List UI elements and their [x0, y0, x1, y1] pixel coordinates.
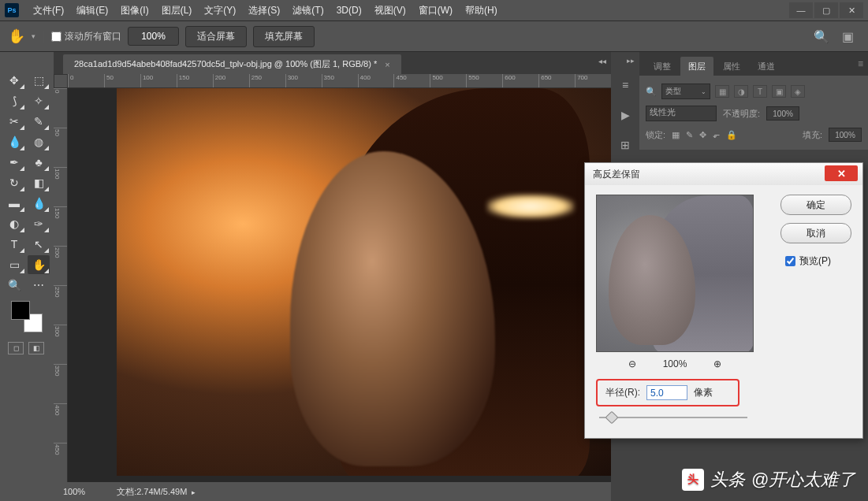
tab-channels[interactable]: 通道 — [750, 57, 783, 76]
filter-smart-icon[interactable]: ◈ — [791, 85, 805, 98]
dialog-preview[interactable] — [596, 195, 754, 352]
standard-mode-button[interactable]: ◻ — [8, 342, 24, 354]
lock-position-icon[interactable]: ✥ — [699, 130, 706, 140]
document-tabs: 28ca1ad1d9d54abeb408fad42570dc5d_tplv-ob… — [54, 52, 611, 74]
opacity-field[interactable]: 100% — [766, 106, 799, 121]
dialog-close-button[interactable]: ✕ — [825, 165, 858, 181]
menu-select[interactable]: 选择(S) — [242, 1, 286, 20]
canvas[interactable] — [117, 88, 621, 476]
menu-file[interactable]: 文件(F) — [27, 1, 70, 20]
ruler-origin[interactable] — [54, 74, 68, 88]
move-tool[interactable]: ✥ — [3, 71, 25, 90]
healing-tool[interactable]: ◍ — [28, 132, 50, 151]
menu-window[interactable]: 窗口(W) — [412, 1, 459, 20]
hand-tool-icon[interactable]: ✋ — [8, 28, 25, 45]
properties-panel-icon[interactable]: ⊞ — [616, 135, 635, 154]
filter-type-icon[interactable]: T — [753, 85, 767, 98]
menu-layer[interactable]: 图层(L) — [155, 1, 199, 20]
status-zoom[interactable]: 100% — [63, 487, 85, 496]
edit-toolbar[interactable]: ⋯ — [28, 276, 50, 295]
eraser-tool[interactable]: ◧ — [28, 173, 50, 192]
titlebar: Ps 文件(F) 编辑(E) 图像(I) 图层(L) 文字(Y) 选择(S) 滤… — [0, 0, 868, 20]
panel-menu-icon[interactable]: ≡ — [858, 58, 863, 69]
layer-type-filter[interactable]: 类型 ⌄ — [661, 84, 710, 99]
dialog-zoom-pct: 100% — [663, 358, 687, 369]
zoom-out-icon[interactable]: ⊖ — [628, 358, 636, 369]
filter-shape-icon[interactable]: ▣ — [772, 85, 786, 98]
lock-transparent-icon[interactable]: ▦ — [672, 130, 680, 140]
filter-pixel-icon[interactable]: ▦ — [715, 85, 729, 98]
foreground-color-swatch[interactable] — [11, 301, 30, 320]
menu-view[interactable]: 视图(V) — [368, 1, 412, 20]
shape-tool[interactable]: ▭ — [3, 255, 25, 274]
pen-tool[interactable]: ✑ — [28, 214, 50, 233]
magic-wand-tool[interactable]: ✧ — [28, 91, 50, 110]
panel-tabs: 调整 图层 属性 通道 ≡ — [639, 52, 868, 76]
search-icon[interactable]: 🔍 — [814, 29, 829, 44]
blend-mode-select[interactable]: 线性光 — [646, 106, 717, 121]
app-logo: Ps — [5, 3, 19, 17]
zoom-tool[interactable]: 🔍 — [3, 276, 25, 295]
eyedropper-tool[interactable]: 💧 — [3, 132, 25, 151]
radius-input[interactable] — [646, 385, 687, 400]
close-tab-icon[interactable]: × — [385, 60, 389, 69]
tab-adjustments[interactable]: 调整 — [646, 57, 679, 76]
tab-layers[interactable]: 图层 — [680, 57, 713, 76]
menu-type[interactable]: 文字(Y) — [198, 1, 242, 20]
crop-tool[interactable]: ✂ — [3, 112, 25, 131]
preview-checkbox[interactable]: 预览(P) — [785, 254, 851, 268]
stamp-tool[interactable]: ♣ — [28, 153, 50, 172]
ruler-vertical[interactable]: 050100150200250300350400450 — [54, 88, 68, 482]
workspace-icon[interactable]: ▣ — [842, 29, 854, 44]
opacity-label: 不透明度: — [723, 108, 760, 120]
fit-screen-button[interactable]: 适合屏幕 — [185, 26, 247, 47]
menu-help[interactable]: 帮助(H) — [459, 1, 504, 20]
tab-properties[interactable]: 属性 — [715, 57, 748, 76]
hand-tool[interactable]: ✋ — [28, 255, 50, 274]
menu-3d[interactable]: 3D(D) — [330, 2, 368, 19]
ruler-horizontal[interactable]: 0501001502002503003504004505005506006507… — [68, 74, 611, 88]
dialog-titlebar[interactable]: 高反差保留 ✕ — [585, 163, 862, 185]
dropdown-icon[interactable]: ▾ — [32, 32, 35, 40]
collapse-panels-icon[interactable]: ◂◂ — [598, 57, 606, 65]
radius-label: 半径(R): — [605, 386, 640, 399]
minimize-button[interactable]: — — [789, 2, 813, 18]
scroll-all-checkbox[interactable]: 滚动所有窗口 — [51, 30, 121, 43]
slice-tool[interactable]: ✎ — [28, 112, 50, 131]
status-doc-info[interactable]: 文档:2.74M/5.49M▸ — [117, 486, 196, 498]
path-tool[interactable]: ↖ — [28, 235, 50, 254]
zoom-display[interactable]: 100% — [128, 27, 179, 46]
document-tab[interactable]: 28ca1ad1d9d54abeb408fad42570dc5d_tplv-ob… — [63, 54, 401, 74]
quick-mask-button[interactable]: ◧ — [28, 342, 44, 354]
history-panel-icon[interactable]: ≡ — [616, 76, 635, 95]
dodge-tool[interactable]: ◐ — [3, 214, 25, 233]
menu-filter[interactable]: 滤镜(T) — [286, 1, 330, 20]
collapse-dock-icon[interactable]: ▸▸ — [627, 57, 635, 65]
actions-panel-icon[interactable]: ▶ — [616, 106, 635, 124]
blur-tool[interactable]: 💧 — [28, 194, 50, 213]
ok-button[interactable]: 确定 — [780, 195, 851, 215]
maximize-button[interactable]: ▢ — [814, 2, 838, 18]
filter-adjust-icon[interactable]: ◑ — [734, 85, 748, 98]
color-swatches[interactable] — [11, 301, 43, 332]
slider-thumb[interactable] — [605, 411, 619, 425]
history-brush-tool[interactable]: ↻ — [3, 173, 25, 192]
cancel-button[interactable]: 取消 — [780, 223, 851, 243]
menu-edit[interactable]: 编辑(E) — [70, 1, 114, 20]
gradient-tool[interactable]: ▬ — [3, 194, 25, 213]
lock-all-icon[interactable]: 🔒 — [726, 130, 737, 140]
lock-pixels-icon[interactable]: ✎ — [686, 130, 693, 140]
lasso-tool[interactable]: ⟆ — [3, 91, 25, 110]
brush-tool[interactable]: ✒ — [3, 153, 25, 172]
close-button[interactable]: ✕ — [840, 2, 863, 18]
radius-slider[interactable] — [596, 411, 751, 424]
type-tool[interactable]: T — [3, 235, 25, 254]
fill-screen-button[interactable]: 填充屏幕 — [253, 26, 315, 47]
watermark: 头 头条 @开心太难了 — [682, 468, 855, 492]
marquee-tool[interactable]: ⬚ — [28, 71, 50, 90]
fill-field[interactable]: 100% — [829, 128, 862, 142]
menu-image[interactable]: 图像(I) — [114, 1, 155, 20]
toolbox: ✥ ⬚ ⟆ ✧ ✂ ✎ 💧 ◍ ✒ ♣ ↻ ◧ ▬ 💧 ◐ ✑ T ↖ ▭ ✋ … — [0, 52, 54, 501]
lock-artboard-icon[interactable]: ⬐ — [713, 130, 720, 140]
zoom-in-icon[interactable]: ⊕ — [713, 358, 721, 369]
